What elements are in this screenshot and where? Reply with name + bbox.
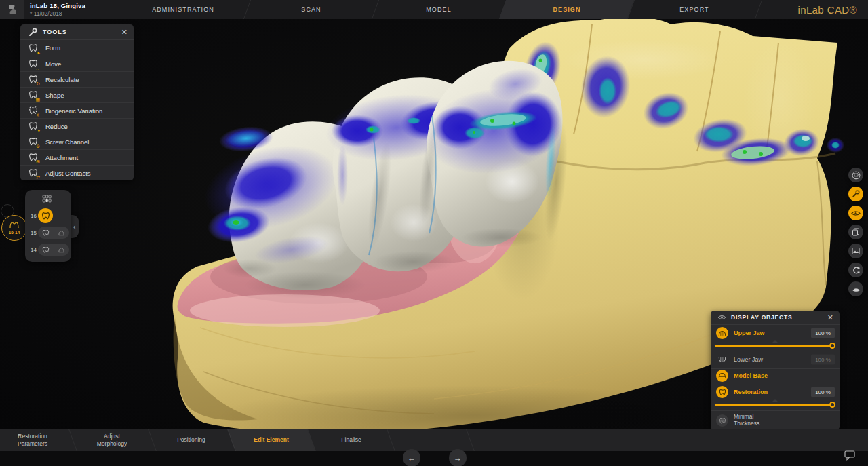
tooth-row-15: 15 <box>25 225 71 240</box>
display-row-restoration[interactable]: Restoration 100 % <box>711 385 840 399</box>
tab-scan[interactable]: SCAN <box>260 0 362 19</box>
tool-label: Adjust Contacts <box>45 170 91 177</box>
tooth-range-badge[interactable]: 16-14 <box>1 215 27 241</box>
step-restoration-parameters[interactable]: Restoration Parameters <box>0 429 71 451</box>
tooth-recalculate-icon: ↻ <box>28 75 38 84</box>
tooth-selector-panel: 16 15 14 <box>25 190 71 262</box>
speech-bubble-icon <box>844 450 856 461</box>
tool-label: Form <box>45 44 60 52</box>
copy-restoration-button[interactable] <box>848 225 863 239</box>
display-objects-title: DISPLAY OBJECTS <box>731 314 792 321</box>
project-date: * 11/02/2018 <box>30 10 85 17</box>
tool-item-move[interactable]: ↔ Move <box>20 56 134 71</box>
tab-export[interactable]: EXPORT <box>644 0 745 19</box>
tool-label: Reduce <box>45 123 68 130</box>
display-row-label: Restoration <box>734 389 768 395</box>
tool-item-form[interactable]: ▸ Form <box>20 40 134 56</box>
tooth-15-options[interactable] <box>38 227 69 239</box>
slider-knob[interactable] <box>829 402 835 408</box>
tool-item-shape[interactable]: ▦ Shape <box>20 87 134 102</box>
tool-label: Attachment <box>45 154 78 161</box>
tooth-16-selected-button[interactable] <box>38 208 53 223</box>
tab-administration[interactable]: ADMINISTRATION <box>132 0 234 19</box>
upper-jaw-icon <box>716 327 728 339</box>
right-toolbar <box>848 168 865 300</box>
display-row-lower-jaw[interactable]: Lower Jaw 100 % <box>711 353 840 366</box>
upper-jaw-opacity-slider[interactable] <box>715 342 835 349</box>
topbar-divider <box>243 0 251 19</box>
divider <box>711 410 840 411</box>
opacity-value: 100 % <box>811 387 835 397</box>
tools-panel-header: TOOLS ✕ <box>20 24 134 40</box>
slider-caret <box>772 340 778 343</box>
tool-item-recalculate[interactable]: ↻ Recalculate <box>20 71 134 87</box>
close-icon[interactable]: ✕ <box>121 28 127 36</box>
opacity-value: 100 % <box>811 328 835 338</box>
eye-icon <box>851 210 861 216</box>
restoration-icon <box>716 386 728 398</box>
display-row-model-base[interactable]: Model Base <box>711 369 840 383</box>
smooth-surface-button[interactable] <box>848 281 863 296</box>
tool-item-biogeneric-variation[interactable]: ✳ Biogeneric Variation <box>20 102 134 118</box>
app-logo[interactable] <box>0 0 24 19</box>
project-title: inLab 18, Gingiva <box>30 2 85 9</box>
crown-icon <box>58 246 65 254</box>
step-forward-button[interactable]: → <box>449 449 467 466</box>
display-objects-button[interactable] <box>848 206 863 220</box>
rotate-restoration-button[interactable] <box>848 168 863 182</box>
tooth-move-icon: ↔ <box>28 59 38 69</box>
slider-track <box>715 345 835 347</box>
tab-design[interactable]: DESIGN <box>516 0 618 19</box>
tooth-icon <box>41 212 50 220</box>
slider-track <box>715 404 835 406</box>
tab-model[interactable]: MODEL <box>388 0 490 19</box>
snapshot-button[interactable] <box>848 244 863 258</box>
tool-item-screw-channel[interactable]: ⊙ Screw Channel <box>20 134 134 149</box>
workflow-divider <box>466 429 475 451</box>
tooth-number: 16 <box>28 213 37 219</box>
attachment-icon: ⊞ <box>28 153 38 162</box>
display-objects-header: DISPLAY OBJECTS ✕ <box>711 311 840 325</box>
tool-item-adjust-contacts[interactable]: ⇄ Adjust Contacts <box>20 165 134 180</box>
inlab-cad-window: inLab 18, Gingiva * 11/02/2018 ADMINISTR… <box>0 0 868 466</box>
step-edit-element[interactable]: Edit Element <box>233 429 309 451</box>
step-finalise[interactable]: Finalise <box>313 429 389 451</box>
display-row-minimal-thickness[interactable]: Minimal Thickness <box>711 412 840 429</box>
tooth-shape-icon: ▦ <box>28 90 38 100</box>
tooth-range-label: 16-14 <box>9 230 20 235</box>
step-adjust-morphology[interactable]: Adjust Morphology <box>74 429 150 451</box>
slider-knob[interactable] <box>829 343 835 349</box>
slider-caret <box>772 399 778 402</box>
close-icon[interactable]: ✕ <box>827 314 833 322</box>
tool-item-attachment[interactable]: ⊞ Attachment <box>20 149 134 165</box>
tools-panel: TOOLS ✕ ▸ Form ↔ Move ↻ Recalculate ▦ <box>20 24 134 180</box>
lower-jaw-icon <box>716 353 728 366</box>
display-row-label: Upper Jaw <box>734 330 765 336</box>
topbar-divider <box>755 0 762 19</box>
screw-channel-icon: ⊙ <box>28 137 38 147</box>
tool-label: Recalculate <box>45 76 79 83</box>
top-menu-bar: inLab 18, Gingiva * 11/02/2018 ADMINISTR… <box>0 0 868 19</box>
tools-button[interactable] <box>848 187 863 201</box>
tooth-14-options[interactable] <box>38 244 69 256</box>
eye-icon <box>717 315 726 320</box>
bottom-strip <box>0 451 868 466</box>
tool-item-reduce[interactable]: ▾ Reduce <box>20 118 134 134</box>
project-info: inLab 18, Gingiva * 11/02/2018 <box>30 2 85 17</box>
step-back-button[interactable]: ← <box>403 449 420 466</box>
tooth-form-icon: ▸ <box>28 43 38 53</box>
tooth-row-14: 14 <box>25 242 71 257</box>
tooth-icon <box>42 246 50 254</box>
wrench-icon <box>852 190 860 198</box>
topbar-divider <box>372 0 379 19</box>
crown-icon <box>58 229 65 237</box>
restoration-opacity-slider[interactable] <box>715 401 835 408</box>
tools-panel-title: TOOLS <box>43 28 67 35</box>
display-row-label: Minimal Thickness <box>734 414 760 427</box>
tool-label: Screw Channel <box>45 138 89 146</box>
articulation-button[interactable] <box>848 263 863 277</box>
opacity-value: 100 % <box>811 355 835 365</box>
feedback-chat-button[interactable] <box>844 450 856 463</box>
step-positioning[interactable]: Positioning <box>153 429 229 451</box>
display-row-upper-jaw[interactable]: Upper Jaw 100 % <box>711 326 840 340</box>
